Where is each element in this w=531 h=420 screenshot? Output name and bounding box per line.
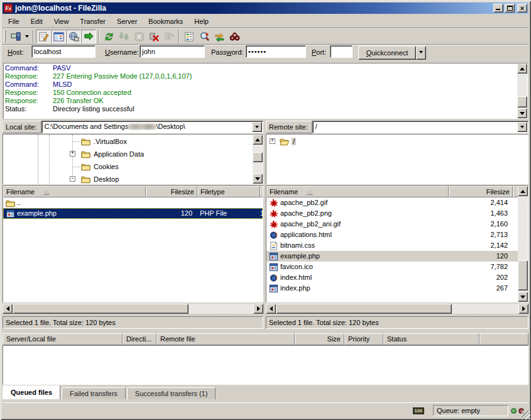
site-manager-dropdown-icon[interactable]: [23, 30, 31, 43]
tab-failed-transfers[interactable]: Failed transfers: [62, 387, 126, 399]
scroll-down-icon[interactable]: [517, 108, 527, 118]
toggle-local-tree-button[interactable]: [51, 30, 66, 43]
password-input[interactable]: [246, 45, 306, 58]
column-header-last-modified[interactable]: L: [260, 186, 263, 197]
tree-item-desktop[interactable]: - Desktop: [3, 174, 263, 184]
file-row-selected[interactable]: example.php 120: [266, 251, 518, 262]
scrollbar-thumb[interactable]: [276, 304, 452, 314]
file-row[interactable]: apache_pb2.png 1,463: [266, 208, 518, 219]
tab-queued-files[interactable]: Queued files: [3, 385, 60, 399]
scroll-down-icon[interactable]: [253, 174, 263, 184]
close-button[interactable]: ×: [517, 4, 527, 13]
toggle-message-log-button[interactable]: [36, 30, 51, 43]
resize-grip[interactable]: [522, 411, 530, 419]
local-directory-tree[interactable]: .VirtualBox + Application Data Cookies -…: [3, 134, 263, 184]
menu-help[interactable]: Help: [189, 16, 214, 26]
scroll-right-icon[interactable]: [518, 304, 528, 314]
scroll-right-icon[interactable]: [253, 304, 263, 314]
tree-item-root[interactable]: + /: [266, 136, 528, 147]
column-header-filetype[interactable]: Filetype: [197, 186, 260, 197]
remote-directory-tree[interactable]: + /: [266, 134, 528, 184]
port-input[interactable]: [330, 45, 353, 58]
refresh-button[interactable]: [101, 30, 116, 43]
scrollbar-thumb[interactable]: [253, 152, 263, 162]
queue-column-remote-file[interactable]: Remote file: [156, 333, 295, 345]
maximize-button[interactable]: [505, 4, 515, 13]
scroll-up-icon[interactable]: [253, 135, 263, 145]
queue-column-server-local-file[interactable]: Server/Local file: [3, 333, 123, 345]
file-row-example-php[interactable]: example.php 120 PHP File 1: [3, 208, 263, 219]
quickconnect-dropdown-icon[interactable]: [416, 46, 426, 60]
find-files-button[interactable]: [227, 30, 242, 43]
combo-dropdown-icon[interactable]: [252, 122, 262, 132]
host-input[interactable]: [31, 45, 96, 58]
scroll-up-icon[interactable]: [518, 186, 528, 196]
scroll-up-icon[interactable]: [517, 64, 527, 74]
toolbar-grip[interactable]: [4, 30, 6, 43]
message-log[interactable]: Command:PASV Response:227 Entering Passi…: [3, 63, 528, 119]
scroll-left-icon[interactable]: [266, 304, 276, 314]
scroll-left-icon[interactable]: [3, 304, 13, 314]
directory-comparison-button[interactable]: [197, 30, 212, 43]
queue-column-priority[interactable]: Priority: [344, 333, 383, 345]
toggle-remote-tree-button[interactable]: [66, 30, 81, 43]
tree-item-cookies[interactable]: Cookies: [3, 161, 263, 172]
remote-h-scrollbar[interactable]: [266, 304, 528, 314]
local-file-list[interactable]: Filename Filesize Filetype L .. example.…: [3, 185, 263, 302]
file-row[interactable]: index.html 202: [266, 272, 518, 283]
synchronized-browsing-button[interactable]: [212, 30, 227, 43]
file-row[interactable]: applications.html 2,713: [266, 229, 518, 240]
expand-icon[interactable]: +: [70, 151, 75, 157]
tab-successful-transfers[interactable]: Successful transfers (1): [127, 387, 216, 399]
filter-button[interactable]: [182, 30, 197, 43]
toggle-transfer-queue-button[interactable]: [81, 30, 96, 43]
file-row[interactable]: bitnami.css 2,142: [266, 240, 518, 251]
expand-icon[interactable]: +: [270, 138, 275, 144]
tree-item-virtualbox[interactable]: .VirtualBox: [3, 136, 263, 147]
column-header-filename[interactable]: Filename: [3, 186, 146, 197]
menu-bookmarks[interactable]: Bookmarks: [143, 16, 189, 26]
remote-file-list[interactable]: Filename Filesize apache_pb2.gif 2,414 a…: [266, 185, 528, 302]
process-queue-button[interactable]: [116, 30, 131, 43]
local-tree-scrollbar[interactable]: [253, 135, 263, 184]
minimize-button[interactable]: [493, 4, 503, 13]
queue-list[interactable]: [3, 345, 528, 385]
menu-edit[interactable]: Edit: [25, 16, 48, 26]
scroll-down-icon[interactable]: [518, 292, 528, 302]
menu-view[interactable]: View: [48, 16, 75, 26]
column-header-filesize[interactable]: Filesize: [146, 186, 197, 197]
menu-transfer[interactable]: Transfer: [74, 16, 111, 26]
column-header-filename[interactable]: Filename: [266, 186, 449, 197]
disconnect-button[interactable]: [146, 30, 161, 43]
quickconnect-button[interactable]: Quickconnect: [358, 46, 416, 60]
file-row[interactable]: apache_pb2.gif 2,414: [266, 197, 518, 208]
collapse-icon[interactable]: -: [70, 176, 75, 182]
scrollbar-thumb[interactable]: [517, 96, 527, 108]
remote-site-combo[interactable]: /: [312, 121, 528, 133]
scrollbar-thumb[interactable]: [518, 260, 528, 290]
file-row[interactable]: index.php 267: [266, 283, 518, 294]
title-bar[interactable]: Fz john@localhost - FileZilla ×: [3, 3, 528, 14]
queue-column-status[interactable]: Status: [383, 333, 479, 345]
combo-dropdown-icon[interactable]: [517, 122, 527, 132]
menu-server[interactable]: Server: [111, 16, 143, 26]
column-header-filesize[interactable]: Filesize: [449, 186, 513, 197]
file-row[interactable]: favicon.ico 7,782: [266, 262, 518, 272]
local-h-scrollbar[interactable]: [3, 304, 263, 314]
local-site-combo[interactable]: C:\Documents and Settings\Desktop\: [41, 121, 263, 133]
remote-list-scrollbar[interactable]: [518, 186, 528, 302]
queue-column-size[interactable]: Size: [295, 333, 344, 345]
tree-item-application-data[interactable]: + Application Data: [3, 148, 263, 160]
queue-column-direction[interactable]: Directi...: [123, 333, 156, 345]
filezilla-app-icon[interactable]: Fz: [4, 4, 13, 13]
speed-limit-icon[interactable]: 500: [413, 407, 424, 414]
log-scrollbar[interactable]: [517, 64, 527, 118]
reconnect-button[interactable]: [161, 30, 177, 43]
file-row[interactable]: apache_pb2_ani.gif 2,160: [266, 219, 518, 229]
username-input[interactable]: [140, 45, 205, 58]
menu-file[interactable]: File: [3, 16, 25, 26]
site-manager-button[interactable]: [8, 30, 23, 43]
file-row-parent-dir[interactable]: ..: [3, 197, 263, 208]
cancel-operation-button[interactable]: [131, 30, 146, 43]
scrollbar-thumb[interactable]: [13, 304, 189, 314]
